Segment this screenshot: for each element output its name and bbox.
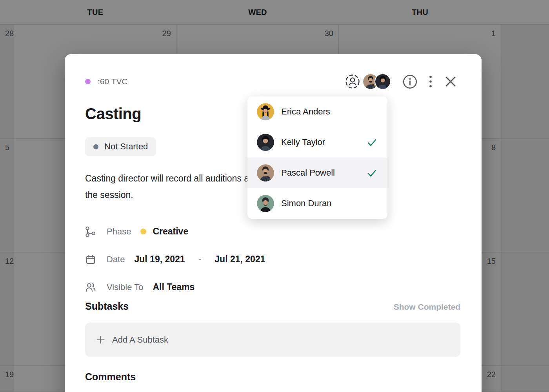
visible-to-label: Visible To — [107, 282, 143, 292]
assignee-name: Kelly Taylor — [281, 137, 325, 147]
phase-row: Phase Creative — [85, 223, 460, 240]
assignee-option-kelly-taylor[interactable]: Kelly Taylor — [247, 127, 387, 158]
date-row: Date Jul 19, 2021 - Jul 21, 2021 — [85, 251, 460, 267]
close-icon — [445, 76, 456, 87]
assignee-dropdown: Erica Anders Kelly Taylor — [247, 96, 387, 219]
info-icon — [403, 74, 417, 89]
modal-header: :60 TVC — [85, 74, 460, 89]
assignee-option-erica-anders[interactable]: Erica Anders — [247, 96, 387, 127]
avatar-simon-duran — [257, 195, 274, 212]
subtasks-heading: Subtasks — [85, 301, 129, 312]
users-icon — [85, 282, 96, 293]
info-button[interactable] — [403, 74, 417, 89]
plus-icon — [96, 335, 105, 345]
assignee-avatar-stack[interactable] — [363, 74, 390, 89]
project-tag: :60 TVC — [85, 77, 128, 86]
more-options-button[interactable] — [429, 75, 432, 88]
project-color-dot — [85, 79, 91, 84]
assignee-name: Erica Anders — [281, 107, 330, 117]
avatar-kelly-taylor — [257, 134, 274, 151]
assignee-option-simon-duran[interactable]: Simon Duran — [247, 188, 387, 219]
phase-color-dot — [140, 229, 146, 234]
add-subtask-button[interactable]: Add A Subtask — [85, 323, 460, 357]
assignee-option-pascal-powell[interactable]: Pascal Powell — [247, 158, 387, 188]
kebab-menu-icon — [429, 75, 432, 88]
avatar-pascal-powell — [257, 164, 274, 181]
status-badge[interactable]: Not Started — [85, 137, 156, 156]
subtasks-header: Subtasks Show Completed — [85, 301, 460, 312]
avatar-erica-anders — [257, 103, 274, 120]
status-label: Not Started — [104, 142, 148, 152]
date-end: Jul 21, 2021 — [215, 254, 265, 265]
status-dot-icon — [93, 144, 98, 149]
check-icon — [367, 137, 377, 148]
date-start: Jul 19, 2021 — [134, 254, 185, 265]
show-completed-button[interactable]: Show Completed — [394, 302, 460, 312]
date-label: Date — [107, 254, 125, 265]
workflow-icon — [85, 226, 96, 237]
assign-user-icon — [345, 74, 360, 89]
date-separator: - — [198, 254, 202, 265]
assignee-name: Pascal Powell — [281, 168, 335, 178]
phase-value[interactable]: Creative — [140, 226, 188, 237]
assign-user-button[interactable] — [345, 74, 360, 89]
project-name: :60 TVC — [98, 77, 128, 86]
modal-actions — [345, 74, 456, 89]
task-meta: Phase Creative Date Jul 19, 2021 - Jul 2… — [85, 223, 460, 295]
visible-to-value[interactable]: All Teams — [153, 282, 195, 292]
avatar-kelly-taylor — [375, 74, 390, 89]
check-icon — [367, 168, 377, 178]
comments-heading: Comments — [85, 371, 460, 383]
visible-to-row: Visible To All Teams — [85, 279, 460, 295]
assignee-name: Simon Duran — [281, 198, 331, 209]
close-button[interactable] — [445, 76, 456, 87]
calendar-icon — [85, 254, 96, 265]
phase-label: Phase — [107, 227, 131, 237]
date-value[interactable]: Jul 19, 2021 - Jul 21, 2021 — [134, 254, 265, 265]
